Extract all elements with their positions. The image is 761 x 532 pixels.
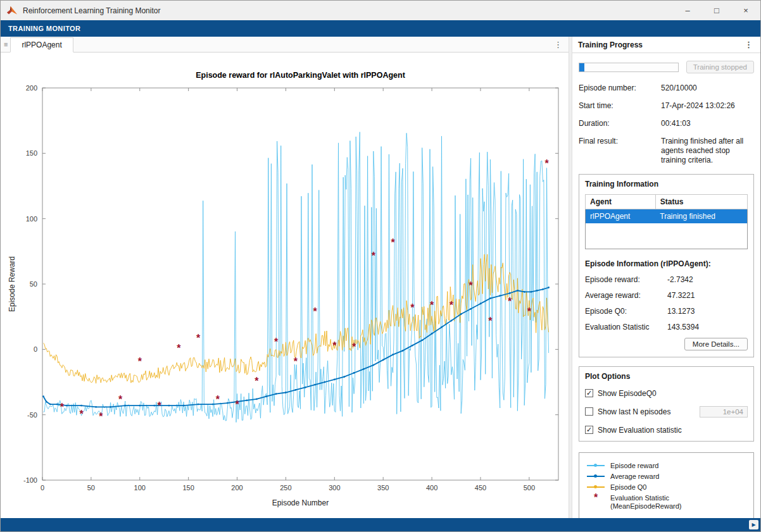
svg-text:Episode Reward: Episode Reward (8, 256, 16, 312)
more-details-button[interactable]: More Details... (684, 338, 748, 350)
svg-text:*: * (391, 237, 395, 248)
document-menu-icon[interactable]: ⋮ (548, 40, 569, 49)
svg-text:*: * (118, 394, 123, 405)
field-label: Episode reward: (585, 275, 661, 284)
chart-legend: Episode reward Average reward Episode Q0… (579, 452, 754, 519)
option-show-last-n: Show last N episodes (585, 406, 748, 418)
training-information-box: Training Information Agent Status rlPPOA… (579, 174, 754, 357)
option-show-episodeq0: ✓ Show EpisodeQ0 (585, 389, 748, 398)
svg-text:*: * (313, 306, 317, 317)
svg-text:*: * (527, 306, 532, 317)
line-marker-icon (587, 472, 605, 480)
window-controls: – □ × (673, 1, 760, 20)
field-label: Average reward: (585, 291, 661, 300)
svg-text:*: * (544, 158, 549, 169)
svg-text:300: 300 (329, 484, 340, 492)
svg-text:150: 150 (26, 149, 37, 157)
cell-agent: rlPPOAgent (586, 209, 656, 224)
plot-options-title: Plot Options (585, 372, 748, 381)
tab-label: rlPPOAgent (22, 40, 61, 49)
svg-text:50: 50 (30, 280, 37, 288)
minimize-button[interactable]: – (673, 1, 702, 20)
legend-item-average-reward: Average reward (587, 472, 746, 481)
panel-menu-icon[interactable]: ⋮ (738, 40, 759, 49)
document-pane: ≡ rlPPOAgent ⋮ 0501001502002503003504004… (1, 37, 569, 518)
svg-text:*: * (274, 337, 279, 347)
field-value: 143.5394 (667, 323, 748, 331)
cell-status: Training finished (655, 209, 747, 224)
svg-text:-100: -100 (23, 476, 37, 484)
table-row-rlppoagent[interactable]: rlPPOAgent Training finished (586, 209, 748, 224)
tab-rlppoagent[interactable]: rlPPOAgent (10, 37, 73, 53)
svg-text:*: * (508, 296, 512, 307)
svg-text:*: * (430, 300, 434, 311)
svg-text:*: * (177, 343, 181, 354)
episode-information-fields: Episode reward: -2.7342 Average reward: … (585, 275, 748, 331)
field-label: Evaluation Statistic (585, 323, 661, 331)
option-show-evaluation: ✓ Show Evaluation statistic (585, 426, 748, 435)
svg-text:*: * (352, 342, 356, 352)
svg-text:350: 350 (377, 484, 389, 492)
progress-row: Training stopped (579, 61, 754, 73)
document-tab-strip: ≡ rlPPOAgent ⋮ (1, 37, 569, 53)
app-window: Reinforcement Learning Training Monitor … (0, 0, 761, 532)
ribbon-tab-training-monitor[interactable]: TRAINING MONITOR (8, 25, 80, 32)
svg-text:*: * (157, 400, 161, 411)
training-stopped-button: Training stopped (686, 61, 754, 73)
legend-item-episode-reward: Episode reward (587, 461, 746, 470)
line-marker-icon (587, 483, 605, 491)
document-bar-icon[interactable]: ≡ (1, 40, 10, 48)
checkbox-label: Show EpisodeQ0 (598, 389, 657, 398)
show-last-n-checkbox[interactable] (585, 407, 593, 416)
field-value: Training finished after all agents reach… (661, 137, 754, 165)
legend-item-episode-q0: Episode Q0 (587, 483, 746, 492)
episode-information-title: Episode Information (rlPPOAgent): (585, 259, 748, 268)
ribbon-toolstrip: TRAINING MONITOR (1, 20, 760, 37)
svg-text:Episode reward for rlAutoParki: Episode reward for rlAutoParkingValet wi… (196, 71, 405, 80)
svg-text:100: 100 (134, 484, 146, 492)
field-label: Start time: (579, 101, 655, 111)
show-episodeq0-checkbox[interactable]: ✓ (585, 389, 593, 397)
panel-body: Training stopped Episode number: 520/100… (572, 53, 760, 518)
matlab-logo-icon (6, 5, 18, 16)
field-value: 00:41:03 (661, 119, 754, 128)
svg-text:*: * (488, 316, 493, 326)
svg-text:100: 100 (26, 215, 37, 223)
line-marker-icon (587, 461, 605, 469)
field-label: Final result: (579, 137, 655, 165)
show-evaluation-checkbox[interactable]: ✓ (585, 426, 593, 434)
svg-text:Episode Number: Episode Number (272, 498, 329, 507)
restore-panel-icon[interactable]: ▶ (749, 520, 758, 529)
field-label: Duration: (579, 119, 655, 128)
svg-text:*: * (99, 411, 103, 422)
episode-reward-chart: 050100150200250300350400450500-100-50050… (1, 53, 569, 518)
close-button[interactable]: × (731, 1, 760, 20)
legend-item-evaluation-statistic: * Evaluation Statistic (MeanEpisodeRewar… (587, 493, 746, 510)
svg-text:*: * (469, 280, 473, 291)
svg-text:*: * (372, 251, 376, 261)
training-info-table: Agent Status rlPPOAgent Training finishe… (585, 194, 748, 249)
svg-text:0: 0 (41, 484, 44, 492)
svg-text:-50: -50 (27, 411, 37, 419)
svg-text:*: * (294, 356, 298, 367)
asterisk-marker-icon: * (587, 493, 605, 502)
field-value: 520/10000 (661, 84, 754, 93)
svg-text:200: 200 (231, 484, 242, 492)
svg-text:250: 250 (280, 484, 291, 492)
window-title: Reinforcement Learning Training Monitor (23, 6, 160, 15)
svg-text:*: * (235, 399, 239, 410)
plot-options-box: Plot Options ✓ Show EpisodeQ0 Show last … (579, 366, 754, 442)
svg-text:450: 450 (475, 484, 486, 492)
training-progress-panel: Training Progress ⋮ Training stopped Epi… (572, 37, 760, 518)
svg-text:150: 150 (182, 484, 194, 492)
column-header-agent: Agent (586, 195, 656, 209)
field-label: Episode Q0: (585, 307, 661, 316)
svg-text:200: 200 (26, 84, 37, 92)
svg-text:*: * (138, 356, 142, 367)
svg-text:*: * (332, 340, 337, 351)
field-value: 13.1273 (667, 307, 748, 316)
svg-text:*: * (216, 394, 220, 405)
table-empty-space (586, 223, 748, 249)
maximize-button[interactable]: □ (702, 1, 731, 20)
svg-text:*: * (410, 302, 415, 313)
